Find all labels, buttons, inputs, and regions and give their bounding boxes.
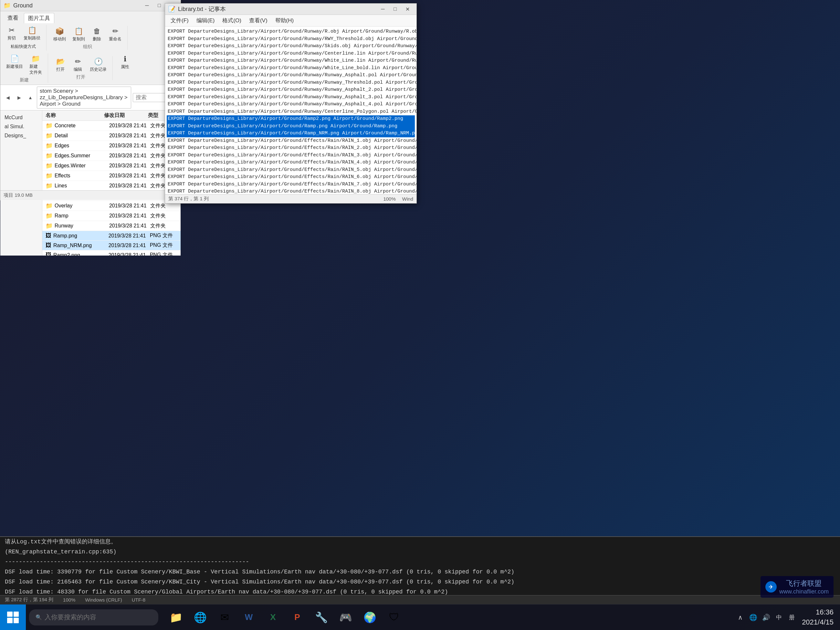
- taskbar-right: ∧ 🌐 🔊 中 册 16:36 2021/4/15: [735, 607, 840, 627]
- list-item[interactable]: 📁 Edges 2019/3/28 21:41 文件夹: [42, 141, 181, 151]
- btn-edit[interactable]: ✏ 编辑: [70, 56, 86, 74]
- nav-item-designs[interactable]: Designs_: [2, 131, 40, 140]
- file-type: PNG 文件: [150, 252, 177, 256]
- list-item[interactable]: 📁 Effects 2019/3/28 21:41 文件夹: [42, 171, 181, 181]
- file-type-icon: 🖼: [46, 252, 51, 256]
- file-explorer-titlebar: 📁 Ground ─ □ ✕: [0, 0, 181, 11]
- notepad-line: EXPORT DepartureDesigns_Library/Airport/…: [167, 137, 415, 145]
- list-item[interactable]: 🖼 Ramp_NRM.png 2019/3/28 21:41 PNG 文件: [42, 241, 181, 250]
- taskbar-file-explorer[interactable]: 📁: [165, 606, 187, 629]
- back-button[interactable]: ◀: [3, 93, 13, 102]
- menu-view[interactable]: 查看(V): [245, 16, 272, 25]
- clock-date: 2021/4/15: [802, 617, 834, 627]
- address-path[interactable]: stom Scenery > zz_Lib_DepartureDesigns_L…: [37, 87, 131, 109]
- menu-edit[interactable]: 编辑(E): [193, 16, 219, 25]
- taskbar: 🔍 📁 🌐 ✉ W X P 🔧: [0, 604, 840, 630]
- copy-to-icon: 📋: [74, 27, 83, 36]
- list-item[interactable]: 📁 Edges.Summer 2019/3/28 21:41 文件夹: [42, 151, 181, 161]
- status-text: 项目 19.0 MB: [3, 192, 33, 198]
- tray-册[interactable]: 册: [787, 612, 797, 622]
- ribbon-group-new: 📄 新建项目 📁 新建文件夹 新建: [3, 53, 48, 83]
- btn-rename[interactable]: ✏ 重命名: [106, 26, 124, 43]
- tray-volume[interactable]: 🔊: [761, 612, 771, 622]
- taskbar-excel[interactable]: X: [262, 606, 284, 629]
- taskbar-mail[interactable]: ✉: [213, 606, 236, 629]
- notepad-maximize-button[interactable]: □: [389, 5, 401, 14]
- taskbar-word[interactable]: W: [237, 606, 260, 629]
- tab-view[interactable]: 查看: [3, 13, 22, 23]
- taskbar-ppt[interactable]: P: [286, 606, 308, 629]
- list-item[interactable]: 📁 Lines 2019/3/28 21:41 文件夹: [42, 181, 181, 191]
- tab-picture-tools[interactable]: 图片工具: [24, 13, 54, 23]
- menu-format[interactable]: 格式(O): [218, 16, 245, 25]
- list-item[interactable]: 📁 Concrete 2019/3/28 21:41 文件夹: [42, 121, 181, 131]
- col-header-date[interactable]: 修改日期: [104, 112, 148, 119]
- maximize-button[interactable]: □: [153, 1, 165, 10]
- taskbar-search[interactable]: 🔍: [29, 609, 158, 625]
- log-line: (REN_graphstate_terrain.cpp:635): [0, 547, 840, 557]
- btn-new-folder[interactable]: 📁 新建文件夹: [27, 53, 44, 77]
- btn-copy-path[interactable]: 📋 复制路径: [21, 25, 43, 42]
- notepad-window: 📝 Library.txt - 记事本 ─ □ ✕ 文件(F) 编辑(E) 格式…: [165, 3, 417, 204]
- taskbar-clock[interactable]: 16:36 2021/4/15: [802, 607, 834, 627]
- tray-chevron[interactable]: ∧: [735, 612, 745, 622]
- taskbar-world[interactable]: 🌍: [358, 606, 381, 629]
- file-date: 2019/3/28 21:41: [109, 163, 150, 169]
- file-name: Concrete: [55, 123, 109, 129]
- taskbar-game[interactable]: 🎮: [335, 606, 357, 629]
- file-name: Edges.Winter: [55, 163, 109, 169]
- taskbar-shield[interactable]: 🛡: [383, 606, 406, 629]
- rename-label: 重命名: [109, 36, 122, 42]
- search-input[interactable]: [44, 614, 152, 621]
- file-list-header: 名称 修改日期 类型: [42, 111, 181, 121]
- taskbar-icons: 📁 🌐 ✉ W X P 🔧 🎮 🌍: [165, 606, 406, 629]
- taskbar-edge[interactable]: 🌐: [189, 606, 212, 629]
- btn-cut[interactable]: ✂ 剪切: [3, 25, 20, 42]
- btn-paste-shortcut[interactable]: 粘贴快捷方式: [8, 42, 38, 51]
- notepad-line: EXPORT DepartureDesigns_Library/Airport/…: [167, 108, 415, 116]
- nav-item-mccurd[interactable]: McCurd: [2, 113, 40, 122]
- list-item[interactable]: 📁 Edges.Winter 2019/3/28 21:41 文件夹: [42, 161, 181, 171]
- move-label: 移动到: [53, 36, 66, 42]
- menu-help[interactable]: 帮助(H): [272, 16, 298, 25]
- list-item[interactable]: 🖼 Ramp2.png 2019/3/28 21:41 PNG 文件: [42, 250, 181, 256]
- list-item[interactable]: 📁 Overlay 2019/3/28 21:41 文件夹: [42, 201, 181, 211]
- minimize-button[interactable]: ─: [141, 1, 153, 10]
- ribbon-tabs: 查看 图片工具: [3, 13, 177, 23]
- ribbon-group-organize: 📦 移动到 📋 复制到 🗑 删除 ✏ 重命: [51, 26, 128, 50]
- tray-network[interactable]: 🌐: [748, 612, 758, 622]
- nav-item-alsimul[interactable]: al Simul.: [2, 122, 40, 131]
- file-type-icon: 📁: [46, 182, 53, 189]
- notepad-title-text: Library.txt - 记事本: [178, 5, 226, 13]
- btn-move-to[interactable]: 📦 移动到: [51, 26, 68, 43]
- menu-file[interactable]: 文件(F): [167, 16, 193, 25]
- edit-label: 编辑: [74, 66, 82, 73]
- up-button[interactable]: ▲: [25, 93, 35, 102]
- forward-button[interactable]: ▶: [14, 93, 24, 102]
- btn-open[interactable]: 📂 打开: [52, 56, 68, 74]
- file-date: 2019/3/28 21:41: [109, 252, 150, 256]
- file-type-icon: 📁: [46, 172, 53, 179]
- list-item[interactable]: 📁 Detail 2019/3/28 21:41 文件夹: [42, 131, 181, 141]
- btn-delete[interactable]: 🗑 删除: [89, 26, 105, 43]
- start-button[interactable]: [0, 605, 26, 630]
- btn-properties[interactable]: ℹ 属性: [117, 53, 133, 71]
- tray-chinese[interactable]: 中: [774, 612, 784, 622]
- btn-history[interactable]: 🕐 历史记录: [87, 56, 109, 74]
- delete-icon: 🗑: [93, 27, 101, 36]
- notepad-minimize-button[interactable]: ─: [377, 5, 388, 14]
- list-item[interactable]: 🖼 Ramp.png 2019/3/28 21:41 PNG 文件: [42, 231, 181, 241]
- list-item[interactable]: 📁 Runway 2019/3/28 21:41 文件夹: [42, 221, 181, 231]
- col-header-name[interactable]: 名称: [46, 112, 104, 119]
- notepad-line: EXPORT DepartureDesigns_Library/Airport/…: [167, 159, 415, 166]
- taskbar-tool1[interactable]: 🔧: [310, 606, 333, 629]
- file-type-icon: 📁: [46, 212, 53, 219]
- notepad-content[interactable]: EXPORT DepartureDesigns_Library/Airport/…: [165, 27, 417, 194]
- btn-copy-to[interactable]: 📋 复制到: [70, 26, 88, 43]
- rename-icon: ✏: [112, 27, 118, 36]
- notepad-close-button[interactable]: ✕: [402, 5, 413, 14]
- open-group-label: 打开: [76, 74, 85, 80]
- btn-new-item[interactable]: 📄 新建项目: [3, 53, 25, 77]
- file-name: Edges: [55, 143, 109, 148]
- list-item[interactable]: 📁 Ramp 2019/3/28 21:41 文件夹: [42, 211, 181, 221]
